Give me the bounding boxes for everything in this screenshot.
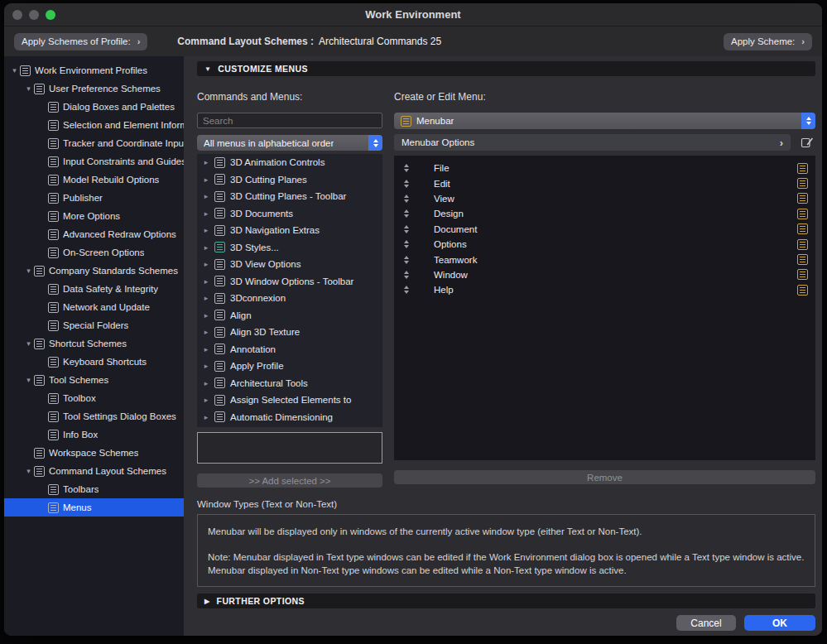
sidebar-item[interactable]: Model Rebuild Options (4, 171, 184, 189)
command-item[interactable]: ▸ Annotation (197, 341, 382, 358)
zoom-button[interactable] (46, 10, 55, 20)
sidebar-item[interactable]: ▾ Shortcut Schemes (4, 334, 184, 353)
sidebar-item[interactable]: ▾ Tool Schemes (4, 371, 184, 389)
sidebar-item[interactable]: On-Screen Options (4, 243, 184, 262)
collapse-chevron-icon[interactable]: ▸ (203, 379, 209, 387)
command-item[interactable]: ▸ 3D Documents (197, 205, 382, 223)
menu-item-row[interactable]: View (394, 191, 815, 206)
expand-chevron-icon[interactable]: ▾ (23, 267, 34, 275)
sidebar-item[interactable]: ▾ Company Standards Schemes (4, 262, 184, 280)
command-item[interactable]: ▸ Align 3D Texture (197, 324, 382, 341)
sidebar-item[interactable]: Dialog Boxes and Palettes (4, 98, 184, 116)
close-button[interactable] (12, 10, 22, 20)
reorder-updown-icon[interactable] (402, 240, 411, 248)
sidebar-item[interactable]: Toolbars (4, 480, 184, 498)
title-bar[interactable]: Work Environment (4, 3, 822, 26)
command-item[interactable]: ▸ Assign Selected Elements to (197, 392, 382, 409)
reorder-updown-icon[interactable] (402, 271, 411, 279)
command-item[interactable]: ▸ 3D Cutting Planes (197, 171, 382, 189)
customize-menus-header[interactable]: ▼ CUSTOMIZE MENUS (197, 61, 815, 76)
collapse-chevron-icon[interactable]: ▸ (203, 396, 209, 404)
menu-item-row[interactable]: Options (394, 237, 815, 252)
sidebar-item[interactable]: Toolbox (4, 389, 184, 407)
collapse-chevron-icon[interactable]: ▸ (203, 277, 209, 286)
collapse-chevron-icon[interactable]: ▸ (203, 175, 209, 184)
expand-chevron-icon[interactable]: ▾ (23, 376, 34, 384)
cancel-button[interactable]: Cancel (676, 615, 736, 631)
command-item[interactable]: ▸ 3D Navigation Extras (197, 222, 382, 239)
search-input[interactable] (197, 113, 382, 128)
collapse-chevron-icon[interactable]: ▸ (203, 192, 209, 200)
expand-chevron-icon[interactable]: ▾ (23, 467, 34, 475)
remove-button[interactable]: Remove (394, 470, 815, 484)
sidebar-item[interactable]: Data Safety & Integrity (4, 280, 184, 298)
collapse-chevron-icon[interactable]: ▸ (203, 311, 209, 320)
sidebar-item[interactable]: Special Folders (4, 316, 184, 334)
apply-profile-button[interactable]: Apply Schemes of Profile: › (14, 33, 147, 50)
collapse-chevron-icon[interactable]: ▸ (203, 294, 209, 302)
sidebar-item[interactable]: Tracker and Coordinate Input (4, 134, 184, 152)
commands-list[interactable]: ▸ 3D Animation Controls ▸ 3D Cutting Pla… (197, 154, 382, 427)
reorder-updown-icon[interactable] (402, 225, 411, 233)
collapse-chevron-icon[interactable]: ▸ (203, 260, 209, 268)
command-item[interactable]: ▸ 3D View Options (197, 256, 382, 273)
sidebar-item[interactable]: Selection and Element Information (4, 116, 184, 134)
reorder-updown-icon[interactable] (402, 256, 411, 264)
command-item[interactable]: ▸ 3D Animation Controls (197, 154, 382, 171)
menu-item-row[interactable]: File (394, 161, 815, 175)
command-item[interactable]: ▸ Align (197, 307, 382, 324)
edit-menu-button[interactable] (799, 135, 815, 150)
collapse-chevron-icon[interactable]: ▸ (203, 158, 209, 166)
sidebar-item[interactable]: Input Constraints and Guides (4, 152, 184, 171)
sidebar-item[interactable]: Keyboard Shortcuts (4, 353, 184, 371)
further-options-header[interactable]: ▶ FURTHER OPTIONS (197, 594, 815, 608)
reorder-updown-icon[interactable] (402, 164, 411, 172)
reorder-updown-icon[interactable] (402, 286, 411, 294)
expand-chevron-icon[interactable]: ▾ (23, 339, 34, 348)
menubar-items-list[interactable]: File Edit View (394, 156, 815, 460)
command-item[interactable]: ▸ Automatic Dimensioning (197, 409, 382, 426)
minimize-button[interactable] (29, 10, 39, 20)
add-selected-button[interactable]: >> Add selected >> (197, 473, 382, 488)
command-item[interactable]: ▸ Apply Profile (197, 358, 382, 375)
menu-item-row[interactable]: Help (394, 282, 815, 297)
sidebar-item[interactable]: Info Box (4, 425, 184, 444)
expand-chevron-icon[interactable]: ▾ (23, 84, 34, 93)
sidebar-item[interactable]: ▾ User Preference Schemes (4, 79, 184, 98)
sidebar-item[interactable]: Advanced Redraw Options (4, 225, 184, 243)
menu-item-row[interactable]: Document (394, 222, 815, 237)
menu-item-row[interactable]: Window (394, 267, 815, 282)
sidebar-item[interactable]: Workspace Schemes (4, 444, 184, 462)
command-item[interactable]: ▸ 3D Cutting Planes - Toolbar (197, 188, 382, 205)
collapse-chevron-icon[interactable]: ▸ (203, 243, 209, 252)
command-item[interactable]: ▸ Architectural Tools (197, 375, 382, 392)
command-item[interactable]: ▸ 3Dconnexion (197, 290, 382, 307)
menu-item-row[interactable]: Design (394, 206, 815, 221)
ok-button[interactable]: OK (744, 615, 815, 631)
menubar-options-button[interactable]: Menubar Options › (394, 134, 791, 151)
collapse-chevron-icon[interactable]: ▸ (203, 345, 209, 353)
collapse-chevron-icon[interactable]: ▸ (203, 209, 209, 218)
command-item[interactable]: ▸ 3D Window Options - Toolbar (197, 273, 382, 291)
sidebar-item[interactable]: ▾ Command Layout Schemes (4, 462, 184, 480)
sidebar-item[interactable]: Network and Update (4, 298, 184, 316)
collapse-chevron-icon[interactable]: ▸ (203, 362, 209, 370)
reorder-updown-icon[interactable] (402, 209, 411, 218)
collapse-chevron-icon[interactable]: ▸ (203, 328, 209, 336)
menu-item-row[interactable]: Edit (394, 175, 815, 190)
apply-scheme-button[interactable]: Apply Scheme: › (724, 33, 812, 50)
sidebar-item[interactable]: Menus (4, 498, 184, 517)
menu-filter-select[interactable]: All menus in alphabetical order (197, 135, 382, 151)
menu-select[interactable]: Menubar (394, 113, 815, 129)
menu-item-row[interactable]: Teamwork (394, 252, 815, 267)
collapse-chevron-icon[interactable]: ▸ (203, 226, 209, 234)
reorder-updown-icon[interactable] (402, 180, 411, 188)
sidebar-item[interactable]: Publisher (4, 189, 184, 207)
sidebar-item[interactable]: More Options (4, 207, 184, 225)
sidebar-item[interactable]: Tool Settings Dialog Boxes (4, 407, 184, 425)
collapse-chevron-icon[interactable]: ▸ (203, 413, 209, 421)
reorder-updown-icon[interactable] (402, 195, 411, 203)
expand-chevron-icon[interactable]: ▾ (9, 66, 20, 74)
command-item[interactable]: ▸ 3D Styles... (197, 239, 382, 257)
sidebar-item[interactable]: ▾ Work Environment Profiles (4, 61, 184, 79)
